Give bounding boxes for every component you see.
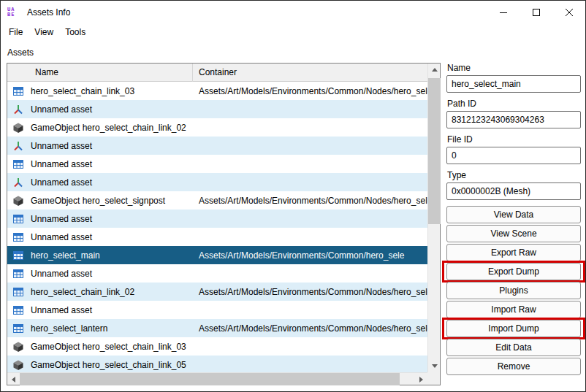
edit-data-button-wrap: Edit Data xyxy=(446,339,581,356)
type-field-input[interactable] xyxy=(446,182,581,200)
table-row[interactable]: hero_select_mainAssets/Art/Models/Enviro… xyxy=(7,246,427,264)
table-row[interactable]: Unnamed asset xyxy=(7,137,427,155)
asset-name: hero_select_chain_link_03 xyxy=(29,86,193,96)
table-row[interactable]: Unnamed asset xyxy=(7,173,427,191)
table-row[interactable]: GameObject hero_select_signpostAssets/Ar… xyxy=(7,191,427,210)
import-dump-button[interactable]: Import Dump xyxy=(446,320,581,337)
column-header-container[interactable]: Container xyxy=(193,64,427,82)
scrollbar-corner xyxy=(427,372,440,385)
view-scene-button[interactable]: View Scene xyxy=(446,225,581,242)
gameobject-icon xyxy=(7,195,29,207)
asset-name: Unnamed asset xyxy=(29,159,193,169)
file-id-field-label: File ID xyxy=(447,134,581,145)
export-dump-highlight: Export Dump xyxy=(446,263,581,280)
mesh-icon xyxy=(7,323,29,334)
table-row[interactable]: hero_select_lanternAssets/Art/Models/Env… xyxy=(7,319,427,337)
scroll-right-icon xyxy=(419,377,423,383)
table-row[interactable]: Unnamed asset xyxy=(7,100,427,118)
path-id-field: Path ID xyxy=(446,99,581,128)
asset-name: hero_select_chain_link_02 xyxy=(29,287,193,297)
scroll-left-icon xyxy=(12,377,15,383)
asset-name: GameObject hero_select_chain_link_02 xyxy=(29,123,193,133)
axes-icon xyxy=(7,104,29,115)
menu-tools[interactable]: Tools xyxy=(59,24,91,40)
asset-container: Assets/Art/Models/Environments/Common/No… xyxy=(193,287,427,297)
vertical-scrollbar[interactable] xyxy=(427,64,440,372)
export-dump-button[interactable]: Export Dump xyxy=(446,263,581,280)
scroll-right-button[interactable] xyxy=(415,373,427,385)
window-title: Assets Info xyxy=(27,7,70,18)
file-id-field-input[interactable] xyxy=(446,147,581,164)
horizontal-scroll-thumb[interactable] xyxy=(20,373,400,385)
assets-table: Name Container hero_select_chain_link_03… xyxy=(7,63,441,385)
mesh-icon xyxy=(7,250,29,261)
axes-icon xyxy=(7,177,29,188)
table-row[interactable]: GameObject hero_select_chain_link_03 xyxy=(7,337,427,356)
table-row[interactable]: Unnamed asset xyxy=(7,301,427,319)
menu-file[interactable]: File xyxy=(3,24,28,40)
mesh-icon xyxy=(7,268,29,280)
table-row[interactable]: hero_select_chain_link_02Assets/Art/Mode… xyxy=(7,283,427,301)
asset-name: GameObject hero_select_chain_link_05 xyxy=(29,360,193,370)
scroll-left-button[interactable] xyxy=(7,373,20,385)
name-field: Name xyxy=(446,63,581,93)
gameobject-icon xyxy=(7,341,29,353)
menubar: File View Tools xyxy=(1,23,585,41)
import-raw-button-wrap: Import Raw xyxy=(446,301,581,318)
edit-data-button[interactable]: Edit Data xyxy=(446,339,581,356)
titlebar: UA BE Assets Info xyxy=(1,1,585,23)
details-panel: Name Path ID File ID Type View Data View… xyxy=(446,63,581,377)
horizontal-scrollbar[interactable] xyxy=(7,372,427,385)
table-body: hero_select_chain_link_03Assets/Art/Mode… xyxy=(7,82,427,372)
import-raw-button[interactable]: Import Raw xyxy=(446,301,581,318)
table-row[interactable]: GameObject hero_select_chain_link_05 xyxy=(7,356,427,372)
scroll-down-button[interactable] xyxy=(428,360,441,372)
scroll-up-button[interactable] xyxy=(428,64,441,76)
scroll-up-icon xyxy=(432,68,438,72)
table-row[interactable]: Unnamed asset xyxy=(7,155,427,173)
name-field-input[interactable] xyxy=(446,75,581,93)
plugins-button-wrap: Plugins xyxy=(446,282,581,299)
remove-button[interactable]: Remove xyxy=(446,358,581,375)
table-row[interactable]: Unnamed asset xyxy=(7,264,427,283)
column-header-name[interactable]: Name xyxy=(29,64,193,82)
type-field-label: Type xyxy=(447,170,581,180)
minimize-icon xyxy=(500,9,507,16)
asset-name: Unnamed asset xyxy=(29,232,193,242)
export-raw-button-wrap: Export Raw xyxy=(446,244,581,261)
maximize-button[interactable] xyxy=(520,1,552,23)
view-scene-button-wrap: View Scene xyxy=(446,225,581,242)
assets-info-window: UA BE Assets Info File View Tools Assets… xyxy=(0,0,586,392)
plugins-button[interactable]: Plugins xyxy=(446,282,581,299)
type-field: Type xyxy=(446,170,581,200)
table-row[interactable]: GameObject hero_select_chain_link_02 xyxy=(7,118,427,137)
asset-name: Unnamed asset xyxy=(29,104,193,115)
table-header: Name Container xyxy=(7,64,427,82)
scroll-down-icon xyxy=(432,364,438,368)
vertical-scroll-thumb[interactable] xyxy=(428,78,441,224)
close-icon xyxy=(566,9,573,16)
asset-name: hero_select_main xyxy=(29,250,193,261)
uabe-logo-icon: UA BE xyxy=(7,7,22,18)
minimize-button[interactable] xyxy=(487,1,520,23)
gameobject-icon xyxy=(7,122,29,134)
close-button[interactable] xyxy=(552,1,585,23)
asset-container: Assets/Art/Models/Environments/Common/No… xyxy=(193,323,427,334)
path-id-field-input[interactable] xyxy=(446,111,581,128)
asset-name: hero_select_lantern xyxy=(29,323,193,334)
mesh-icon xyxy=(7,286,29,298)
table-row[interactable]: Unnamed asset xyxy=(7,210,427,228)
mesh-icon xyxy=(7,231,29,243)
asset-name: Unnamed asset xyxy=(29,269,193,279)
remove-button-wrap: Remove xyxy=(446,358,581,375)
table-row[interactable]: Unnamed asset xyxy=(7,228,427,246)
assets-label: Assets xyxy=(7,47,34,58)
view-data-button-wrap: View Data xyxy=(446,206,581,223)
table-row[interactable]: hero_select_chain_link_03Assets/Art/Mode… xyxy=(7,82,427,100)
mesh-icon xyxy=(7,85,29,97)
gameobject-icon xyxy=(7,359,29,371)
export-raw-button[interactable]: Export Raw xyxy=(446,244,581,261)
name-field-label: Name xyxy=(447,63,581,73)
menu-view[interactable]: View xyxy=(28,24,59,40)
view-data-button[interactable]: View Data xyxy=(446,206,581,223)
